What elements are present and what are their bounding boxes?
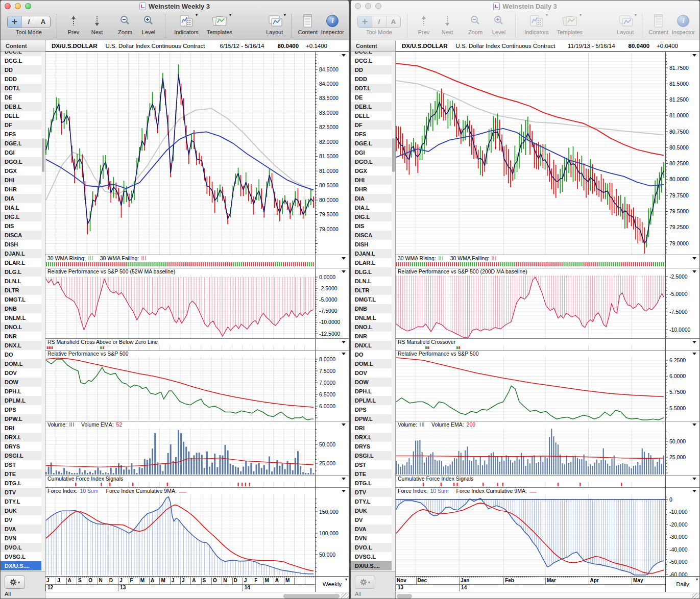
list-item[interactable]: DNO.L	[1, 322, 41, 332]
list-item[interactable]: DOW	[351, 378, 392, 387]
list-item[interactable]: DOM.L	[351, 359, 392, 368]
templates-button[interactable]: ▾ Templates	[554, 13, 585, 35]
list-item[interactable]: DVA	[1, 525, 41, 534]
list-item[interactable]: DRI	[1, 423, 41, 433]
list-item[interactable]: DMGT.L	[1, 295, 41, 304]
list-item[interactable]: DHR	[1, 185, 41, 194]
list-item[interactable]: DIA.L	[1, 203, 41, 212]
layout-button[interactable]: ▾ Layout	[264, 13, 285, 35]
list-item[interactable]: DLG.L	[351, 267, 392, 277]
titlebar[interactable]: Weinstein Daily 3	[351, 1, 699, 12]
list-item[interactable]: DNB	[1, 304, 41, 313]
list-item[interactable]: DPW.L	[351, 414, 392, 423]
list-item[interactable]: DFS	[351, 130, 392, 139]
list-item[interactable]: DFS	[1, 130, 41, 139]
content-button[interactable]: Content	[648, 13, 669, 35]
list-item[interactable]: DGX	[351, 166, 392, 176]
list-item[interactable]: DOV	[1, 368, 41, 378]
list-item[interactable]: DPH.L	[351, 387, 392, 396]
list-item[interactable]: DVN	[351, 534, 392, 543]
list-item[interactable]: DNLM.L	[1, 313, 41, 322]
scrollbar-thumb[interactable]	[42, 138, 44, 172]
force-pane[interactable]: 0-10,000-20,000-30,000-40,000-50,000-60,…	[396, 487, 699, 576]
wma-strip-pane[interactable]: 30 WMA Rising:30 WMA Falling:	[45, 255, 349, 268]
list-item[interactable]: DHI	[1, 176, 41, 185]
list-item[interactable]: DPS	[1, 405, 41, 414]
list-item[interactable]: DEB.L	[1, 102, 41, 111]
list-item[interactable]: DDT.L	[351, 84, 392, 93]
list-item[interactable]: DRYS	[1, 442, 41, 451]
list-item[interactable]: DJAN.L	[1, 249, 41, 258]
line-tool-button[interactable]: /	[22, 16, 36, 28]
list-item[interactable]: DNO.L	[351, 322, 392, 332]
rp-lines-pane[interactable]: 6.25006.00005.75005.5000Relative Perform…	[396, 350, 699, 421]
list-item[interactable]: DSGI.L	[1, 451, 41, 460]
list-item[interactable]: DRI	[351, 423, 392, 433]
list-item[interactable]: DCG.L	[1, 56, 41, 65]
list-item[interactable]: DD	[1, 65, 41, 74]
list-item[interactable]: DX/U.S....	[351, 561, 392, 570]
list-item[interactable]: DGE.L	[1, 139, 41, 148]
list-item[interactable]: DLG.L	[1, 267, 41, 277]
list-item[interactable]: DST	[351, 460, 392, 469]
list-item[interactable]: DE	[1, 93, 41, 102]
force-pane[interactable]: 150,000100,00050,000Force Index:10 SumFo…	[45, 487, 349, 576]
list-item[interactable]: DNR	[1, 332, 41, 341]
list-item[interactable]: DGE.L	[351, 139, 392, 148]
text-tool-button[interactable]: A	[387, 16, 400, 28]
list-item[interactable]: DIS	[351, 221, 392, 231]
list-item[interactable]: DTV	[1, 488, 41, 497]
indicators-button[interactable]: ▾ Indicators	[172, 13, 201, 35]
close-button[interactable]	[355, 3, 361, 9]
list-item[interactable]: DPH.L	[1, 387, 41, 396]
prev-button[interactable]: Prev	[414, 13, 434, 35]
templates-button[interactable]: ▾ Templates	[204, 13, 235, 35]
list-item[interactable]: DLN.L	[1, 277, 41, 286]
list-item[interactable]: DUK	[1, 506, 41, 515]
scrollbar-thumb[interactable]	[283, 594, 340, 598]
list-item[interactable]: DTE	[1, 469, 41, 479]
list-item[interactable]: DPLM.L	[351, 396, 392, 405]
content-button[interactable]: Content	[298, 13, 318, 35]
list-item[interactable]: DGO.L	[1, 157, 41, 166]
volume-pane[interactable]: 50,00025,000Volume:Volume EMA:200	[396, 421, 699, 475]
list-item[interactable]: DVSG.L	[351, 552, 392, 561]
pointer-tool-button[interactable]: ✛	[8, 16, 22, 28]
list-item[interactable]: DO	[1, 350, 41, 359]
list-item[interactable]: DO	[351, 350, 392, 359]
list-item[interactable]: DD	[351, 65, 392, 74]
wma-strip-pane[interactable]: 30 WMA Rising:30 WMA Falling:	[396, 255, 699, 268]
list-item[interactable]: DOM.L	[1, 359, 41, 368]
minimize-button[interactable]	[365, 3, 371, 9]
sidebar-scrollbar[interactable]	[392, 52, 396, 571]
list-item[interactable]: DCC.L	[1, 52, 41, 56]
rp-lines-pane[interactable]: 8.00007.50007.00006.50006.0000Relative P…	[45, 350, 349, 421]
list-item[interactable]: DRX.L	[1, 433, 41, 442]
layout-button[interactable]: ▾ Layout	[615, 13, 636, 35]
list-item[interactable]: DISCA	[1, 231, 41, 240]
list-item[interactable]: DV	[351, 515, 392, 525]
mansfield-strip-pane[interactable]: RS Mansfield Cross Above or Below Zero L…	[45, 338, 349, 350]
list-item[interactable]: DNX.L	[351, 341, 392, 350]
list-item[interactable]: DMGT.L	[351, 295, 392, 304]
periodicity-select[interactable]: Weekly ▾	[315, 577, 349, 592]
list-item[interactable]: DUK	[351, 506, 392, 515]
list-item[interactable]: DTY.L	[1, 497, 41, 506]
list-item[interactable]: DTG.L	[351, 479, 392, 488]
list-item[interactable]: DRYS	[351, 442, 392, 451]
list-item[interactable]: DIA	[351, 194, 392, 203]
list-item[interactable]: DRX.L	[351, 433, 392, 442]
text-tool-button[interactable]: A	[36, 16, 50, 28]
list-item[interactable]: DE	[351, 93, 392, 102]
list-item[interactable]: DPLM.L	[1, 396, 41, 405]
zoom-in-button[interactable]: Level	[489, 13, 509, 35]
close-button[interactable]	[5, 3, 11, 9]
action-gear-button[interactable]: ▾	[355, 576, 375, 589]
prev-button[interactable]: Prev	[63, 13, 84, 35]
signals-strip-pane[interactable]: Cumulative Force Index Signals	[45, 475, 349, 487]
list-item[interactable]: DVO.L	[1, 543, 41, 552]
rp-hist-pane[interactable]: -2.5000-5.0000-7.5000-10.0000Relative Pe…	[396, 268, 699, 338]
resize-grip[interactable]	[692, 593, 699, 599]
titlebar[interactable]: Weinstein Weekly 3	[1, 1, 349, 12]
zoom-out-button[interactable]: Zoom	[115, 13, 135, 35]
